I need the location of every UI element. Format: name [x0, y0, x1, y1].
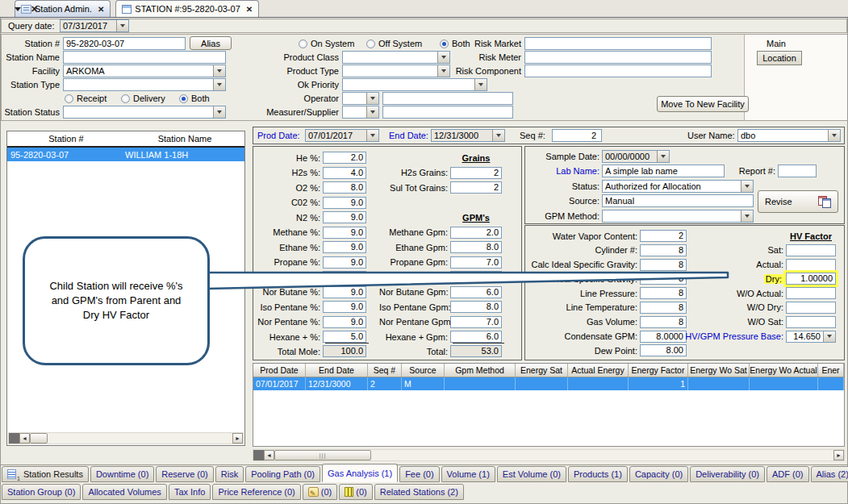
value-input[interactable]: 9.0 — [323, 241, 366, 253]
tab-gas-analysis[interactable]: Gas Analysis (1) — [322, 464, 398, 482]
tab-station-results[interactable]: 1Station Results — [2, 466, 89, 482]
station-list-hscrollbar[interactable]: ◄ ► — [8, 432, 244, 444]
end-date-input[interactable]: 12/31/3000 — [431, 129, 505, 142]
value-input[interactable]: 2 — [640, 230, 687, 242]
chevron-down-icon[interactable] — [741, 210, 753, 222]
seq-input[interactable]: 2 — [552, 129, 602, 142]
tab-price-reference[interactable]: Price Reference (0) — [212, 484, 300, 500]
risk-component-input[interactable] — [524, 65, 712, 77]
value-input[interactable]: 9.0 — [323, 256, 366, 269]
column-header[interactable]: Energy Sat — [516, 364, 568, 377]
alias-button[interactable]: Alias — [190, 36, 232, 50]
source-input[interactable]: Manual — [602, 194, 754, 207]
tab-allocated-volumes[interactable]: Allocated Volumes — [82, 484, 167, 500]
tab-capacity[interactable]: Capacity (0) — [629, 466, 688, 482]
value-input[interactable]: 8.00 — [640, 344, 687, 356]
value-input[interactable]: 7.0 — [450, 316, 502, 328]
tab-tax-info[interactable]: Tax Info — [169, 484, 211, 500]
chevron-down-icon[interactable] — [366, 106, 378, 118]
product-type-select[interactable] — [342, 65, 450, 77]
main-tab[interactable]: Main — [767, 38, 786, 50]
value-input[interactable]: 2 — [450, 167, 502, 179]
tab-related-stations[interactable]: Related Stations (2) — [374, 484, 464, 500]
user-name-select[interactable]: dbo — [737, 129, 841, 142]
off-system-radio[interactable]: Off System — [366, 38, 422, 50]
chevron-down-icon[interactable] — [657, 151, 669, 162]
station-status-select[interactable] — [63, 106, 226, 119]
close-icon[interactable]: ✕ — [98, 5, 104, 14]
value-input[interactable]: 2 — [450, 181, 502, 194]
chevron-down-icon[interactable] — [213, 65, 225, 77]
value-input[interactable]: 8 — [640, 287, 687, 299]
radio-icon[interactable] — [65, 94, 73, 103]
tab-downtime[interactable]: Downtime (0) — [90, 466, 154, 482]
tab-pooling-path[interactable]: Pooling Path (0) — [245, 466, 320, 482]
tab-fee[interactable]: Fee (0) — [399, 466, 439, 482]
chevron-down-icon[interactable] — [437, 52, 449, 63]
revise-button[interactable]: Revise — [758, 190, 838, 213]
value-input[interactable]: 8 — [640, 302, 687, 314]
value-input[interactable]: 7.0 — [450, 256, 502, 269]
lab-name-input[interactable]: A simple lab name — [602, 165, 725, 177]
scrollbar-gripper[interactable] — [9, 433, 19, 444]
scrollbar-thumb[interactable]: ||| — [274, 450, 371, 460]
sample-date-input[interactable]: 00/00/0000 — [602, 150, 670, 163]
tab-est-volume[interactable]: Est Volume (0) — [497, 466, 566, 482]
scroll-left-arrow[interactable]: ◄ — [264, 450, 274, 460]
station-type-select[interactable] — [63, 78, 226, 91]
risk-market-input[interactable] — [524, 37, 712, 50]
column-header[interactable]: Source — [402, 364, 445, 377]
column-header[interactable]: Gpm Method — [445, 364, 516, 377]
chevron-down-icon[interactable] — [366, 93, 378, 104]
chevron-down-icon[interactable] — [492, 130, 504, 141]
value-input[interactable]: 9.0 — [323, 211, 366, 223]
column-header[interactable]: Station Name — [125, 134, 244, 144]
move-to-new-facility-button[interactable]: Move To New Facility — [657, 96, 749, 112]
value-input[interactable]: 4.0 — [323, 167, 366, 179]
column-header[interactable]: Ener — [818, 364, 844, 377]
value-input[interactable]: 9.0 — [323, 286, 366, 298]
radio-icon[interactable] — [299, 40, 307, 48]
column-header[interactable]: Energy Wo Sat — [688, 364, 750, 377]
measurer-input[interactable] — [382, 106, 513, 119]
value-input[interactable]: 9.0 — [450, 271, 502, 283]
operator-select[interactable] — [342, 92, 379, 105]
column-header[interactable]: Prod Date — [253, 364, 306, 377]
value-input[interactable]: 8 — [640, 273, 687, 285]
close-icon[interactable]: ✕ — [31, 4, 38, 15]
station-name-input[interactable] — [63, 51, 226, 64]
location-tab[interactable]: Location — [757, 51, 802, 65]
value-input[interactable]: 8.0 — [450, 241, 502, 253]
chevron-down-icon[interactable] — [474, 79, 487, 90]
radio-selected-icon[interactable] — [440, 40, 449, 48]
tab-volume[interactable]: Volume (1) — [441, 466, 495, 482]
column-header[interactable]: End Date — [306, 364, 368, 377]
value-input[interactable]: 5.0 — [323, 331, 366, 343]
tab-notes[interactable]: (0) — [303, 484, 337, 500]
grid-hscrollbar[interactable]: ◄ ||| ► — [253, 449, 845, 461]
value-input[interactable] — [786, 287, 836, 299]
value-input[interactable]: 8 — [640, 316, 687, 328]
tab-products[interactable]: Products (1) — [568, 466, 628, 482]
scroll-right-arrow[interactable]: ► — [833, 450, 844, 460]
chevron-down-icon[interactable] — [366, 130, 378, 141]
scrollbar-thumb[interactable] — [30, 433, 48, 444]
tab-reserve[interactable]: Reserve (0) — [156, 466, 213, 482]
tab-risk[interactable]: Risk — [215, 466, 244, 482]
value-input[interactable]: 9.0 — [323, 301, 366, 313]
measurer-select[interactable] — [342, 106, 379, 119]
receipt-radio[interactable]: Receipt — [65, 93, 107, 105]
gpm-method-select[interactable] — [602, 210, 754, 223]
dry-hv-input[interactable]: 1.00000 — [786, 273, 836, 285]
tab-ledger[interactable]: (0) — [339, 484, 372, 500]
facility-select[interactable]: ARKOMA — [63, 65, 226, 77]
value-input[interactable]: 9.0 — [323, 316, 366, 328]
value-input[interactable]: 6.0 — [450, 331, 502, 343]
grid-row-selected[interactable]: 07/01/2017 12/31/3000 2 M 1 — [253, 377, 844, 390]
tab-adf[interactable]: ADF (0) — [767, 466, 809, 482]
status-select[interactable]: Authorized for Allocation — [602, 180, 754, 193]
station-number-input[interactable]: 95-2820-03-07 — [63, 37, 186, 50]
tab-station-detail[interactable]: STATION #:95-2820-03-07 ✕ — [115, 0, 259, 17]
query-date-input[interactable]: 07/31/2017 — [60, 19, 129, 32]
operator-input[interactable] — [382, 92, 513, 105]
